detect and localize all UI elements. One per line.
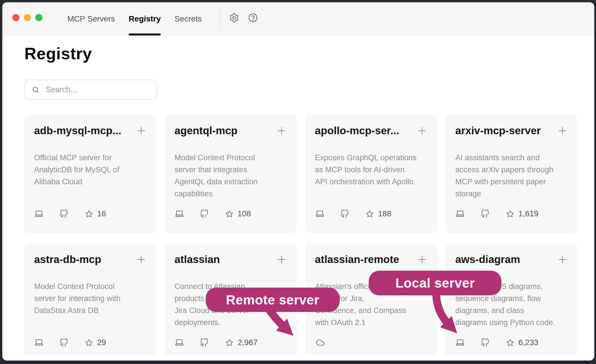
- server-name: atlassian: [175, 253, 220, 266]
- search-input[interactable]: [45, 85, 151, 94]
- add-server-button[interactable]: [417, 254, 427, 265]
- description-line: access arXiv papers through: [455, 164, 553, 176]
- description-line: server that integrates: [175, 164, 258, 176]
- description-line: API orchestration with Apollo: [315, 176, 417, 188]
- description-line: AgentQL data extraction: [175, 176, 258, 188]
- star-icon: [225, 339, 234, 347]
- star-count: 6,233: [518, 338, 538, 347]
- server-card[interactable]: adb-mysql-mcp... Official MCP server for…: [24, 114, 156, 233]
- github-icon: [200, 338, 209, 347]
- tab-mcp-servers[interactable]: MCP Servers: [67, 2, 115, 35]
- card-header: astra-db-mcp: [34, 253, 146, 266]
- star-icon: [366, 210, 374, 218]
- description-line: DataStax Astra DB: [34, 304, 121, 316]
- description-line: AI assistants search and: [455, 152, 553, 164]
- description-line: with OAuth 2.1: [315, 316, 406, 329]
- star-icon: [506, 210, 514, 218]
- server-card[interactable]: arxiv-mcp-server AI assistants search an…: [446, 114, 577, 233]
- star-count: 16: [97, 209, 106, 218]
- server-name: aws-diagram: [455, 253, 520, 266]
- laptop-icon: [455, 338, 465, 347]
- laptop-icon: [34, 209, 44, 218]
- add-server-button[interactable]: [277, 254, 287, 265]
- star-count: 29: [97, 338, 106, 347]
- star-icon: [85, 210, 93, 218]
- server-description: AI assistants search andaccess arXiv pap…: [455, 152, 553, 200]
- server-description: Official MCP server forAnalyticDB for My…: [34, 152, 119, 188]
- server-name: astra-db-mcp: [34, 253, 101, 266]
- star-icon: [506, 339, 514, 347]
- server-description: Exposes GraphQL operationsas MCP tools f…: [315, 152, 417, 188]
- minimize-window-button[interactable]: [24, 14, 31, 21]
- add-server-button[interactable]: [136, 254, 146, 265]
- server-card[interactable]: apollo-mcp-ser... Exposes GraphQL operat…: [305, 114, 437, 233]
- main-tabs: MCP Servers Registry Secrets: [67, 2, 202, 35]
- description-line: deployments.: [175, 316, 249, 329]
- app-window: MCP Servers Registry Secrets Registry: [2, 2, 594, 361]
- description-line: diagrams using Python code.: [455, 316, 555, 329]
- zoom-window-button[interactable]: [35, 14, 42, 21]
- card-header: atlassian: [175, 253, 287, 266]
- description-line: Exposes GraphQL operations: [315, 152, 417, 164]
- page-title: Registry: [24, 44, 92, 63]
- server-card[interactable]: aws-diagram Generate AWS diagrams,sequen…: [446, 243, 577, 355]
- gear-icon[interactable]: [229, 13, 239, 23]
- laptop-icon: [175, 338, 184, 347]
- laptop-icon: [315, 209, 325, 218]
- add-server-button[interactable]: [136, 126, 146, 136]
- add-server-button[interactable]: [417, 126, 427, 136]
- desktop: { "colors": { "callout_accent": "#b13274…: [0, 0, 596, 364]
- description-line: Official MCP server for: [34, 152, 119, 164]
- server-description: Model Context Protocolserver for interac…: [34, 280, 121, 316]
- server-name: arxiv-mcp-server: [455, 124, 541, 137]
- card-footer: 29: [34, 338, 106, 347]
- tab-registry[interactable]: Registry: [129, 2, 161, 35]
- card-footer: 16: [34, 209, 106, 219]
- card-header: atlassian-remote: [315, 253, 427, 266]
- star-count: 1,619: [518, 209, 538, 218]
- card-header: agentql-mcp: [175, 124, 287, 137]
- github-icon: [340, 209, 349, 218]
- github-icon: [59, 338, 68, 347]
- server-name: agentql-mcp: [175, 124, 238, 137]
- server-card[interactable]: astra-db-mcp Model Context Protocolserve…: [24, 243, 156, 355]
- add-server-button[interactable]: [557, 126, 568, 136]
- add-server-button[interactable]: [277, 126, 287, 136]
- card-header: arxiv-mcp-server: [455, 124, 568, 137]
- description-line: as MCP tools for AI-driven: [315, 164, 417, 176]
- card-footer: [315, 338, 326, 347]
- description-line: Model Context Protocol: [175, 152, 258, 164]
- star-count: 2,967: [238, 338, 258, 347]
- server-name: adb-mysql-mcp...: [34, 124, 121, 137]
- github-icon: [481, 338, 489, 347]
- description-line: AnalyticDB for MySQL of: [34, 164, 119, 176]
- star-icon: [85, 339, 93, 347]
- server-name: apollo-mcp-ser...: [315, 124, 399, 137]
- card-footer: 108: [175, 209, 251, 219]
- server-card-grid: adb-mysql-mcp... Official MCP server for…: [24, 114, 577, 355]
- github-icon: [200, 209, 209, 218]
- help-icon[interactable]: [248, 13, 258, 23]
- callout-remote-server: Remote server: [206, 288, 340, 312]
- github-icon: [59, 209, 68, 218]
- card-header: aws-diagram: [455, 253, 568, 266]
- card-footer: 1,619: [455, 209, 538, 219]
- search-icon: [32, 86, 40, 94]
- description-line: MCP with persistent paper: [455, 176, 553, 188]
- callout-local-server: Local server: [369, 271, 501, 295]
- description-line: server for interacting with: [34, 292, 121, 304]
- server-name: atlassian-remote: [315, 253, 399, 266]
- star-icon: [225, 210, 234, 218]
- add-server-button[interactable]: [557, 254, 568, 265]
- cloud-icon: [315, 338, 326, 347]
- close-window-button[interactable]: [12, 14, 19, 21]
- laptop-icon: [175, 209, 184, 218]
- titlebar: MCP Servers Registry Secrets: [2, 2, 594, 35]
- laptop-icon: [34, 338, 44, 347]
- tab-secrets[interactable]: Secrets: [175, 2, 202, 35]
- callout-remote-server-label: Remote server: [226, 292, 319, 308]
- server-description: Model Context Protocolserver that integr…: [175, 152, 258, 200]
- titlebar-divider: [220, 6, 220, 29]
- card-header: apollo-mcp-ser...: [315, 124, 427, 137]
- server-card[interactable]: agentql-mcp Model Context Protocolserver…: [165, 114, 297, 233]
